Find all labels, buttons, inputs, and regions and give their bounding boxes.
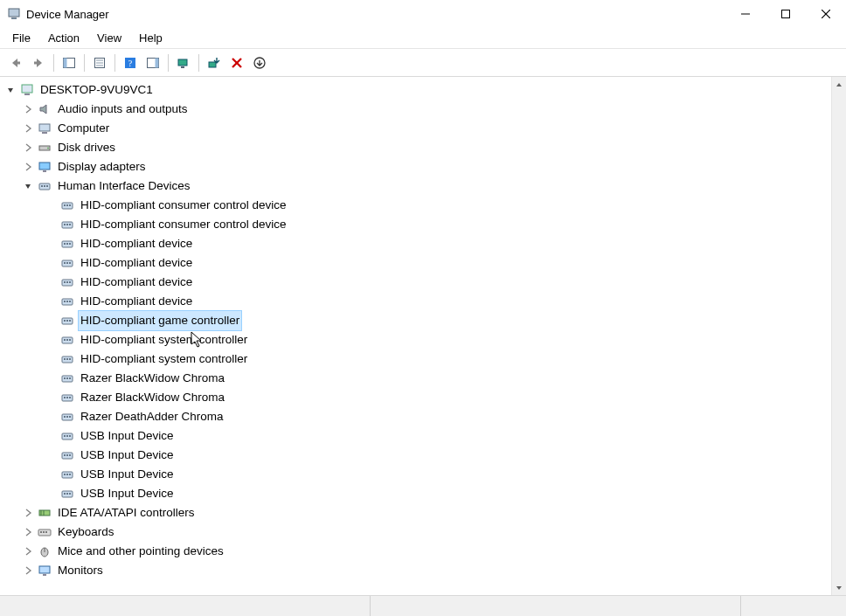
svg-rect-99	[69, 493, 71, 495]
device-item[interactable]: Razer DeathAdder Chroma	[3, 407, 831, 426]
hid-icon	[59, 197, 75, 213]
chevron-right-icon[interactable]	[21, 121, 35, 135]
menu-bar: File Action View Help	[0, 28, 846, 49]
svg-rect-63	[69, 320, 71, 322]
device-item-selected[interactable]: HID-compliant game controller	[3, 311, 831, 330]
svg-rect-1	[11, 17, 17, 19]
device-item[interactable]: HID-compliant system controller	[3, 350, 831, 369]
show-hide-tree-button[interactable]	[59, 52, 80, 73]
svg-rect-66	[66, 339, 68, 341]
category-mice[interactable]: Mice and other pointing devices	[3, 542, 831, 561]
svg-rect-30	[39, 163, 50, 170]
window-title: Device Manager	[26, 8, 109, 21]
chevron-down-icon[interactable]	[3, 83, 17, 97]
uninstall-button[interactable]	[226, 52, 247, 73]
menu-action[interactable]: Action	[39, 30, 88, 46]
device-item[interactable]: HID-compliant consumer control device	[3, 215, 831, 234]
menu-file[interactable]: File	[3, 30, 39, 46]
device-item[interactable]: HID-compliant device	[3, 292, 831, 311]
scan-hardware-button[interactable]	[173, 52, 194, 73]
svg-rect-91	[69, 454, 71, 456]
device-item[interactable]: HID-compliant device	[3, 253, 831, 273]
svg-rect-38	[66, 204, 68, 206]
hid-icon	[59, 255, 75, 271]
category-monitors[interactable]: Monitors	[3, 561, 831, 580]
device-item[interactable]: USB Input Device	[3, 446, 831, 465]
svg-rect-77	[64, 397, 66, 398]
device-item[interactable]: Razer BlackWidow Chroma	[3, 388, 831, 407]
category-audio[interactable]: Audio inputs and outputs	[3, 100, 831, 119]
help-button[interactable]: ?	[120, 52, 141, 73]
category-disk[interactable]: Disk drives	[3, 138, 831, 157]
forward-button[interactable]	[28, 52, 49, 73]
svg-rect-73	[64, 377, 66, 379]
chevron-right-icon[interactable]	[21, 564, 35, 578]
hid-icon	[59, 351, 75, 367]
tree-root[interactable]: DESKTOP-9VU9VC1	[3, 80, 831, 100]
svg-rect-37	[64, 204, 66, 206]
svg-rect-85	[64, 435, 66, 437]
svg-rect-93	[64, 474, 66, 475]
status-cell	[0, 596, 371, 616]
disable-button[interactable]	[249, 52, 270, 73]
chevron-right-icon[interactable]	[21, 102, 35, 116]
menu-help[interactable]: Help	[130, 30, 171, 46]
scroll-up-button[interactable]	[832, 77, 847, 92]
display-icon	[37, 159, 52, 175]
svg-rect-61	[64, 320, 66, 322]
svg-rect-71	[69, 358, 71, 360]
svg-rect-94	[66, 474, 68, 475]
svg-rect-109	[39, 566, 50, 573]
category-ide[interactable]: IDE ATA/ATAPI controllers	[3, 503, 831, 523]
hid-icon	[59, 274, 75, 290]
svg-rect-41	[64, 224, 66, 225]
category-hid[interactable]: Human Interface Devices	[3, 176, 831, 196]
disk-icon	[37, 140, 52, 156]
device-item[interactable]: HID-compliant device	[3, 273, 831, 292]
device-tree[interactable]: DESKTOP-9VU9VC1 Audio inputs and outputs…	[0, 77, 831, 595]
hid-icon	[59, 467, 75, 482]
maximize-button[interactable]	[766, 0, 806, 28]
svg-rect-106	[45, 531, 47, 533]
speaker-icon	[37, 101, 52, 117]
chevron-down-icon[interactable]	[21, 179, 35, 193]
minimize-button[interactable]	[725, 0, 766, 28]
menu-view[interactable]: View	[88, 30, 130, 46]
category-keyboards[interactable]: Keyboards	[3, 523, 831, 542]
chevron-right-icon[interactable]	[21, 160, 35, 174]
device-item[interactable]: HID-compliant system controller	[3, 330, 831, 350]
svg-rect-62	[66, 320, 68, 322]
update-driver-button[interactable]	[204, 52, 225, 73]
device-item[interactable]: USB Input Device	[3, 426, 831, 446]
hid-icon	[59, 390, 75, 405]
category-display[interactable]: Display adapters	[3, 157, 831, 176]
back-button[interactable]	[5, 52, 26, 73]
device-item[interactable]: Razer BlackWidow Chroma	[3, 369, 831, 388]
svg-rect-6	[17, 61, 20, 64]
close-button[interactable]	[806, 0, 846, 28]
chevron-right-icon[interactable]	[21, 141, 35, 155]
hid-icon	[59, 236, 75, 252]
vertical-scrollbar[interactable]	[831, 77, 846, 595]
svg-rect-18	[178, 59, 187, 66]
chevron-right-icon[interactable]	[21, 525, 35, 539]
hid-icon	[59, 486, 75, 502]
toolbar: ?	[0, 49, 846, 77]
chevron-right-icon[interactable]	[21, 506, 35, 520]
svg-rect-87	[69, 435, 71, 437]
device-item[interactable]: HID-compliant consumer control device	[3, 196, 831, 215]
scroll-down-button[interactable]	[832, 580, 847, 595]
svg-rect-69	[64, 358, 66, 360]
svg-rect-83	[69, 416, 71, 418]
device-item[interactable]: USB Input Device	[3, 484, 831, 503]
device-item[interactable]: HID-compliant device	[3, 234, 831, 253]
svg-rect-50	[66, 262, 68, 264]
action-pane-button[interactable]	[142, 52, 163, 73]
device-item[interactable]: USB Input Device	[3, 465, 831, 484]
category-computer[interactable]: Computer	[3, 119, 831, 138]
svg-point-29	[47, 148, 49, 149]
svg-rect-59	[69, 301, 71, 302]
svg-rect-42	[66, 224, 68, 225]
chevron-right-icon[interactable]	[21, 544, 35, 558]
properties-button[interactable]	[89, 52, 110, 73]
